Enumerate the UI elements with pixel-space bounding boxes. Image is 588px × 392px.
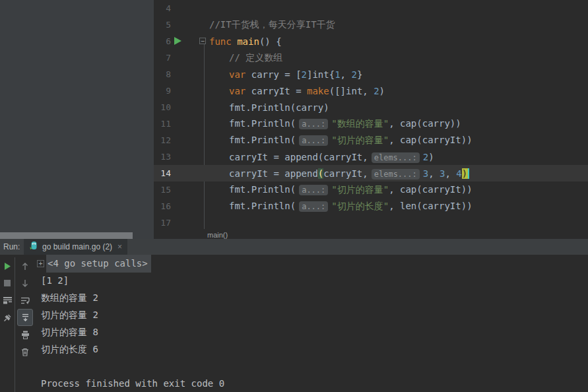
code-line[interactable]: 10fmt.Println(carry) xyxy=(154,99,588,115)
parameter-hint[interactable]: a...: xyxy=(299,185,328,195)
fold-collapse-icon[interactable]: − xyxy=(199,38,206,44)
code-line[interactable]: 16fmt.Println(a...:"切片的长度", len(carryIt)… xyxy=(154,198,588,214)
number-token: 2 xyxy=(423,152,428,162)
code-text: //IT干货栈，每天分享IT干货 xyxy=(207,19,335,31)
number-token: 3 xyxy=(440,168,445,179)
line-number: 10 xyxy=(154,99,171,115)
editor-gutter: 10 xyxy=(154,99,207,115)
run-tab[interactable]: go build main.go (2) × xyxy=(24,239,127,255)
breadcrumb-main[interactable]: main() xyxy=(207,231,228,239)
console-line: 数组的容量 2 xyxy=(34,289,588,306)
layout-icon[interactable] xyxy=(0,292,15,309)
line-number: 11 xyxy=(154,115,171,132)
code-token: , cap(carry)) xyxy=(389,118,461,129)
string-token: "切片的容量" xyxy=(331,135,389,145)
code-token: carryIt = append xyxy=(229,168,318,179)
horizontal-scrollbar[interactable] xyxy=(0,232,154,239)
code-line[interactable]: 4 xyxy=(154,0,588,16)
number-token: 2 xyxy=(374,86,379,96)
up-arrow-icon[interactable] xyxy=(16,257,34,275)
code-editor[interactable]: 45//IT干货栈，每天分享IT干货6−func main() {7// 定义数… xyxy=(154,0,588,229)
code-text: func main() { xyxy=(207,36,282,47)
close-icon[interactable]: × xyxy=(117,242,122,251)
code-text: fmt.Println(a...:"切片的容量", cap(carryIt)) xyxy=(207,135,473,147)
code-token: fmt.Println( xyxy=(229,201,296,211)
code-text: fmt.Println(carry) xyxy=(207,102,329,113)
code-token: carry = [ xyxy=(251,69,302,80)
parameter-hint[interactable]: a...: xyxy=(299,135,328,146)
code-text: var carryIt = make([]int, 2) xyxy=(207,86,385,96)
run-main-icon[interactable] xyxy=(174,37,181,45)
code-line[interactable]: 5//IT干货栈，每天分享IT干货 xyxy=(154,16,588,33)
line-number: 6 xyxy=(154,33,171,49)
function-name-token: main xyxy=(237,36,259,47)
down-arrow-icon[interactable] xyxy=(16,275,34,292)
keyword-token: func xyxy=(209,36,237,47)
number-token: 4 xyxy=(456,168,461,179)
go-gopher-icon xyxy=(29,241,38,253)
console-fold-line[interactable]: +<4 go setup calls> xyxy=(34,255,588,272)
scrollbar-thumb[interactable] xyxy=(0,232,133,239)
code-line[interactable]: 9var carryIt = make([]int, 2) xyxy=(154,82,588,99)
code-token: fmt.Println( xyxy=(229,118,296,129)
parameter-hint[interactable]: elems...: xyxy=(372,169,420,180)
line-number: 5 xyxy=(154,16,171,33)
line-number: 9 xyxy=(154,82,171,99)
code-line[interactable]: 7// 定义数组 xyxy=(154,49,588,66)
code-token: , xyxy=(428,168,440,179)
code-token: fmt.Println( xyxy=(229,184,296,195)
string-token: "切片的容量" xyxy=(331,184,389,195)
pin-icon[interactable] xyxy=(0,309,15,326)
code-token: , cap(carryIt)) xyxy=(389,184,472,195)
keyword-token: make xyxy=(307,86,329,96)
code-line[interactable]: 17 xyxy=(154,214,588,229)
line-number: 8 xyxy=(154,66,171,82)
keyword-token: var xyxy=(229,69,251,80)
editor-gutter: 9 xyxy=(154,82,207,99)
console-line: 切片的容量 8 xyxy=(34,323,588,341)
console-output[interactable]: +<4 go setup calls>[1 2]数组的容量 2切片的容量 2切片… xyxy=(34,255,588,392)
line-number: 17 xyxy=(154,214,171,229)
clear-icon[interactable] xyxy=(16,343,34,360)
parameter-hint[interactable]: elems...: xyxy=(372,152,420,163)
code-token: ([]int, xyxy=(329,86,374,96)
code-token: , len(carryIt)) xyxy=(389,201,472,211)
code-token: ) xyxy=(428,152,434,162)
code-line[interactable]: 11fmt.Println(a...:"数组的容量", cap(carry)) xyxy=(154,115,588,132)
editor-gutter: 14 xyxy=(154,165,207,181)
print-icon[interactable] xyxy=(16,326,34,343)
line-number: 15 xyxy=(154,181,171,198)
comment-token: // 定义数组 xyxy=(229,52,282,63)
fold-summary-text: <4 go setup calls> xyxy=(46,255,151,273)
console-line xyxy=(34,358,588,375)
console-line: 切片的容量 2 xyxy=(34,306,588,323)
editor-gutter: 7 xyxy=(154,49,207,66)
code-token: carryIt = xyxy=(251,86,307,96)
number-token: 2 xyxy=(351,69,356,80)
code-line[interactable]: 14carryIt = append(carryIt,elems...:3, 3… xyxy=(154,165,588,181)
soft-wrap-icon[interactable] xyxy=(16,292,34,309)
parameter-hint[interactable]: a...: xyxy=(299,119,328,129)
stop-icon[interactable] xyxy=(0,275,15,292)
rerun-icon[interactable] xyxy=(0,257,15,275)
code-token: , cap(carryIt)) xyxy=(389,135,472,145)
matched-paren-close: ) xyxy=(462,168,469,179)
line-number: 12 xyxy=(154,132,171,148)
parameter-hint[interactable]: a...: xyxy=(299,201,328,212)
project-panel xyxy=(0,0,154,232)
code-line[interactable]: 15fmt.Println(a...:"切片的容量", cap(carryIt)… xyxy=(154,181,588,198)
code-line[interactable]: 13carryIt = append(carryIt,elems...:2) xyxy=(154,148,588,165)
code-token: ) xyxy=(379,86,385,96)
code-text: carryIt = append(carryIt,elems...:3, 3, … xyxy=(207,168,469,179)
line-number: 13 xyxy=(154,148,171,165)
comment-token: //IT干货栈，每天分享IT干货 xyxy=(209,19,335,30)
keyword-token: var xyxy=(229,86,251,96)
code-line[interactable]: 8var carry = [2]int{1, 2} xyxy=(154,66,588,82)
code-line[interactable]: 6−func main() { xyxy=(154,33,588,49)
number-token: 2 xyxy=(302,69,307,80)
code-line[interactable]: 12fmt.Println(a...:"切片的容量", cap(carryIt)… xyxy=(154,132,588,148)
run-console-area: +<4 go setup calls>[1 2]数组的容量 2切片的容量 2切片… xyxy=(0,255,588,392)
code-token: fmt.Println( xyxy=(229,135,296,145)
expand-fold-icon[interactable]: + xyxy=(37,260,44,267)
scroll-to-end-icon[interactable] xyxy=(17,309,33,326)
